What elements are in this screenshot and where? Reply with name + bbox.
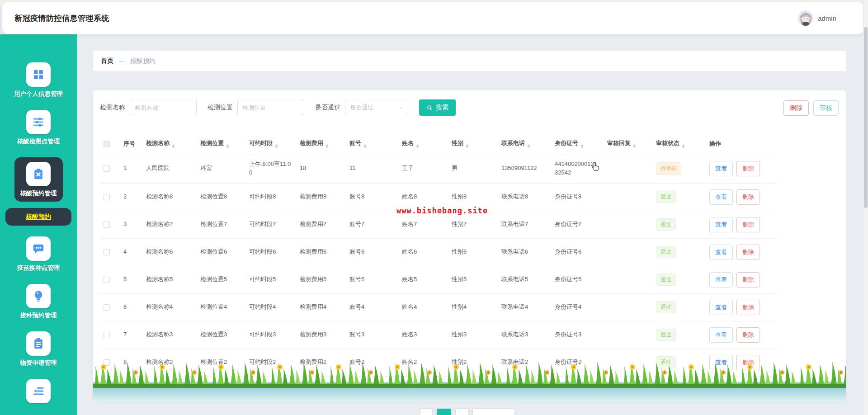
row-checkbox[interactable] [104, 249, 110, 255]
cell-person: 姓名7 [398, 211, 448, 238]
select-all-checkbox[interactable] [104, 141, 110, 147]
cell-location: 检测位置4 [197, 293, 245, 321]
search-icon [426, 104, 433, 111]
sort-icon[interactable]: ▲▼ [682, 144, 685, 148]
sidebar-item-bulb[interactable]: 接种预约管理 [20, 284, 57, 320]
col-header-location[interactable]: 检测位置▲▼ [197, 134, 245, 154]
delete-row-button[interactable]: 删除 [736, 272, 760, 288]
delete-row-button[interactable]: 删除 [736, 245, 760, 260]
cell-person: 姓名8 [398, 183, 448, 211]
filter-pass-select[interactable]: 是否通过 ⌄ [345, 100, 408, 115]
sort-icon[interactable]: ▲▼ [275, 144, 278, 148]
cell-index: 2 [120, 183, 142, 211]
cell-name: 人民医院 [142, 154, 197, 184]
sidebar-item-label: 疫苗接种点管理 [17, 264, 60, 272]
sidebar-item-fold-menu[interactable] [26, 379, 51, 403]
delete-row-button[interactable]: 删除 [736, 300, 760, 315]
cell-reply [604, 266, 652, 293]
user-avatar[interactable] [798, 10, 813, 26]
col-header-fee[interactable]: 检测费用▲▼ [296, 134, 346, 154]
view-button[interactable]: 查看 [709, 300, 733, 315]
filter-location-group: 检测位置 [208, 100, 304, 115]
row-checkbox[interactable] [104, 332, 110, 338]
status-badge: 通过 [656, 274, 676, 286]
col-header-account[interactable]: 账号▲▼ [346, 134, 398, 154]
cell-reply [604, 154, 652, 184]
col-header-id_number[interactable]: 身份证号▲▼ [551, 134, 604, 154]
col-header-name[interactable]: 检测名称▲▼ [142, 134, 197, 154]
filter-row: 检测名称 检测位置 是否通过 是否通过 ⌄ 搜索 [93, 90, 846, 116]
cell-gender: 性别3 [448, 321, 498, 349]
cell-checkbox [100, 321, 120, 349]
sort-icon[interactable]: ▲▼ [466, 144, 469, 148]
breadcrumb-home-link[interactable]: 首页 [101, 57, 113, 65]
view-button[interactable]: 查看 [709, 327, 733, 343]
chevron-down-icon: ⌄ [399, 105, 403, 110]
row-checkbox[interactable] [104, 304, 110, 311]
col-header-person[interactable]: 姓名▲▼ [398, 134, 448, 154]
col-header-phone[interactable]: 联系电话▲▼ [498, 134, 551, 154]
pagination-page-1-button[interactable] [437, 409, 451, 415]
cell-timeslot: 可约时段6 [245, 238, 296, 266]
delete-row-button[interactable]: 删除 [736, 189, 760, 205]
filter-name-input[interactable] [130, 100, 197, 115]
sort-icon[interactable]: ▲▼ [326, 144, 329, 148]
pagination-prev-button[interactable] [420, 409, 432, 415]
bulk-audit-button[interactable]: 审核 [813, 100, 839, 116]
sidebar-item-grid[interactable]: 用户个人信息管理 [14, 62, 63, 98]
view-button[interactable]: 查看 [709, 189, 733, 205]
delete-row-button[interactable]: 删除 [736, 161, 760, 176]
cell-checkbox [100, 238, 120, 266]
user-box[interactable]: admin [798, 10, 836, 26]
view-button[interactable]: 查看 [709, 217, 733, 232]
view-button[interactable]: 查看 [709, 272, 733, 288]
filter-location-label: 检测位置 [208, 104, 233, 112]
cell-name: 检测名称3 [142, 321, 197, 349]
scrollbar-track[interactable] [863, 0, 868, 415]
col-header-reply[interactable]: 审核回复▲▼ [604, 134, 652, 154]
row-checkbox[interactable] [104, 277, 110, 283]
sort-icon[interactable]: ▲▼ [527, 144, 530, 148]
col-header-timeslot[interactable]: 可约时段▲▼ [245, 134, 296, 154]
sidebar-item-clipboard-lines[interactable]: 物资申请管理 [20, 331, 57, 367]
search-button[interactable]: 搜索 [419, 99, 456, 116]
cell-index: 1 [120, 154, 142, 184]
cell-actions: 查看删除 [706, 154, 778, 184]
sidebar-submenu-item[interactable]: 核酸预约 [5, 208, 71, 226]
col-header-label: 联系电话 [501, 140, 525, 146]
sort-icon[interactable]: ▲▼ [172, 144, 175, 148]
sort-icon[interactable]: ▲▼ [580, 144, 584, 148]
delete-row-button[interactable]: 删除 [736, 217, 760, 232]
scrollbar-thumb[interactable] [864, 27, 868, 208]
sort-icon[interactable]: ▲▼ [226, 144, 229, 148]
status-badge: 通过 [656, 246, 676, 258]
row-checkbox[interactable] [104, 165, 110, 172]
pagination-next-button[interactable] [456, 409, 468, 415]
sort-icon[interactable]: ▲▼ [416, 144, 419, 148]
sidebar-item-label: 用户个人信息管理 [14, 90, 63, 98]
col-header-status[interactable]: 审核状态▲▼ [652, 134, 706, 154]
filter-location-input[interactable] [237, 100, 304, 115]
view-button[interactable]: 查看 [709, 245, 733, 260]
breadcrumb-current: 核酸预约 [130, 57, 156, 65]
view-button[interactable]: 查看 [709, 161, 733, 176]
col-header-label: 身份证号 [555, 140, 578, 146]
cell-actions: 查看删除 [706, 183, 778, 211]
cell-actions: 查看删除 [706, 211, 778, 238]
col-header-label: 性别 [452, 140, 463, 146]
sidebar-item-chat-dots[interactable]: 疫苗接种点管理 [17, 236, 60, 272]
sort-icon[interactable]: ▲▼ [633, 144, 636, 148]
clipboard-x-icon [32, 167, 45, 181]
col-header-gender[interactable]: 性别▲▼ [448, 134, 498, 154]
cell-phone: 13509091122 [498, 154, 551, 184]
sidebar-item-sliders[interactable]: 核酸检测点管理 [17, 110, 60, 146]
sidebar-item-clipboard-x[interactable]: 核酸预约管理 [14, 157, 63, 202]
delete-row-button[interactable]: 删除 [736, 327, 760, 343]
row-checkbox[interactable] [104, 194, 110, 200]
bulk-delete-button[interactable]: 删除 [783, 100, 809, 116]
select-all-header [100, 134, 120, 154]
row-checkbox[interactable] [104, 222, 110, 228]
pagination-size-select[interactable] [473, 409, 514, 415]
cell-phone: 联系电话4 [498, 293, 551, 321]
sort-icon[interactable]: ▲▼ [363, 144, 367, 148]
